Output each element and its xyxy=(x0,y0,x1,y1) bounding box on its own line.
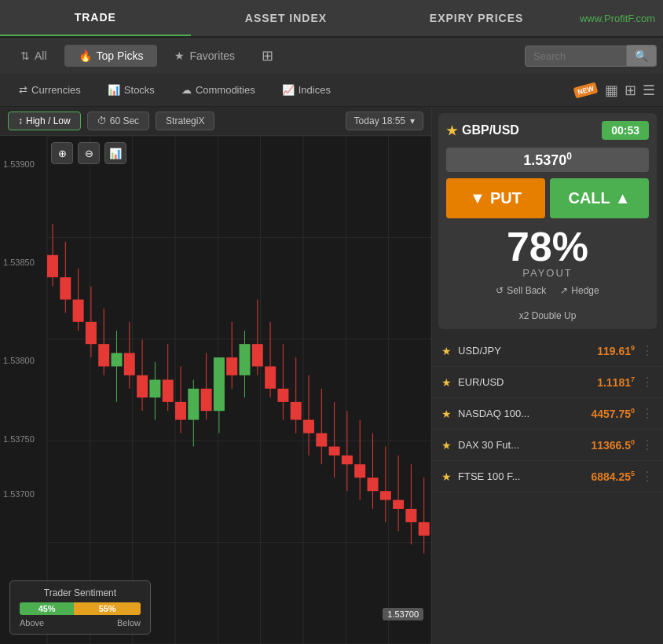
put-call-buttons: ▼ PUT CALL ▲ xyxy=(446,178,649,218)
inst-star-icon[interactable]: ★ xyxy=(441,439,452,452)
instrument-price: 1.11817 xyxy=(597,375,635,389)
view-icons: ▦ ⊞ ☰ xyxy=(605,82,655,99)
tab-bar: ⇅ All 🔥 Top Picks ★ Favorites ⊞ 🔍 xyxy=(0,38,663,74)
sell-back-btn[interactable]: ↺ Sell Back xyxy=(496,285,546,296)
tab-all[interactable]: ⇅ All xyxy=(6,45,61,67)
payout-section: 78% PAYOUT xyxy=(446,226,649,279)
nav-external-link[interactable]: www.ProfitF.com xyxy=(572,13,663,24)
sentiment-title: Trader Sentiment xyxy=(20,587,141,598)
hedge-btn[interactable]: ↗ Hedge xyxy=(560,285,599,296)
call-button[interactable]: CALL ▲ xyxy=(550,178,649,218)
search-bar: 🔍 xyxy=(525,45,657,67)
price-chart xyxy=(0,136,431,644)
main-content: ↕ High / Low ⏱ 60 Sec StrategiX Today 18… xyxy=(0,107,663,644)
chart-area: 1.53900 1.53850 1.53800 1.53750 1.53700 … xyxy=(0,136,431,644)
nav-expiry-prices[interactable]: EXPIRY PRICES xyxy=(381,0,572,36)
sentiment-below-bar: 55% xyxy=(74,602,141,615)
cat-stocks[interactable]: 📊 Stocks xyxy=(97,80,166,100)
payout-label: PAYOUT xyxy=(446,267,649,279)
list-item[interactable]: ★ NASDAQ 100... 4457.750 ⋮ xyxy=(432,398,663,430)
widget-actions: ↺ Sell Back ↗ Hedge x2 Double Up xyxy=(446,285,649,321)
tab-top-picks[interactable]: 🔥 Top Picks xyxy=(64,45,158,67)
instrument-menu-icon[interactable]: ⋮ xyxy=(641,406,654,421)
instrument-price: 119.619 xyxy=(597,344,635,357)
fire-icon: 🔥 xyxy=(79,49,92,62)
nav-asset-index[interactable]: ASSET INDEX xyxy=(191,0,382,36)
call-arrow-icon: ▲ xyxy=(615,189,631,207)
inst-star-icon[interactable]: ★ xyxy=(441,376,452,389)
sentiment-above-label: Above xyxy=(20,618,44,628)
inst-star-icon[interactable]: ★ xyxy=(441,408,452,420)
refresh-icon: ↺ xyxy=(496,285,504,296)
sentiment-below-label: Below xyxy=(117,618,141,628)
duration-btn[interactable]: ⏱ 60 Sec xyxy=(87,112,149,130)
cat-commodities[interactable]: ☁ Commodities xyxy=(170,80,266,100)
instrument-name: EUR/USD xyxy=(458,376,597,388)
hedge-icon: ↗ xyxy=(560,285,568,296)
instrument-menu-icon[interactable]: ⋮ xyxy=(641,343,654,358)
tab-favorites[interactable]: ★ Favorites xyxy=(160,45,249,67)
inst-star-icon[interactable]: ★ xyxy=(441,345,452,357)
star-icon: ★ xyxy=(174,49,185,62)
instrument-price: 11366.50 xyxy=(591,438,635,452)
new-badge: NEW xyxy=(573,82,599,98)
list-item[interactable]: ★ USD/JPY 119.619 ⋮ xyxy=(432,335,663,367)
search-input[interactable] xyxy=(525,46,627,67)
screen-toggle-icon[interactable]: ⊞ xyxy=(262,47,273,64)
nav-trade[interactable]: TRADE xyxy=(0,0,191,36)
sentiment-labels: Above Below xyxy=(20,618,141,628)
trader-sentiment: Trader Sentiment 45% 55% Above Below xyxy=(9,580,151,635)
sentiment-above-bar: 45% xyxy=(20,602,74,615)
indices-icon: 📈 xyxy=(282,84,295,96)
y-label-2: 1.53850 xyxy=(3,258,35,267)
y-label-3: 1.53800 xyxy=(3,356,35,365)
search-button[interactable]: 🔍 xyxy=(627,45,657,67)
widget-header: ★ GBP/USD 00:53 xyxy=(446,121,649,140)
list-item[interactable]: ★ FTSE 100 F... 6884.255 ⋮ xyxy=(432,461,663,492)
countdown-timer: 00:53 xyxy=(602,121,649,140)
top-nav: TRADE ASSET INDEX EXPIRY PRICES www.Prof… xyxy=(0,0,663,38)
filter-icon: ⇅ xyxy=(20,49,30,62)
grid-view-icon[interactable]: ▦ xyxy=(605,82,618,99)
instrument-name: USD/JPY xyxy=(458,345,597,357)
zoom-in-icon[interactable]: ⊕ xyxy=(51,142,73,164)
y-label-5: 1.53700 xyxy=(3,489,35,499)
currency-pair: ★ GBP/USD xyxy=(446,123,519,138)
double-up-btn[interactable]: x2 Double Up xyxy=(519,310,577,321)
commodities-icon: ☁ xyxy=(181,84,192,96)
strategy-btn[interactable]: StrategiX xyxy=(156,112,214,130)
left-panel: ↕ High / Low ⏱ 60 Sec StrategiX Today 18… xyxy=(0,107,431,644)
pair-star-icon[interactable]: ★ xyxy=(446,123,457,138)
list-view-icon[interactable]: ☰ xyxy=(643,82,655,99)
cat-indices[interactable]: 📈 Indices xyxy=(271,80,342,100)
instrument-price: 6884.255 xyxy=(591,470,635,483)
instrument-name: NASDAQ 100... xyxy=(458,408,591,419)
put-button[interactable]: ▼ PUT xyxy=(446,178,545,218)
right-panel: ★ GBP/USD 00:53 1.53700 ▼ PUT CALL ▲ xyxy=(431,107,663,644)
chart-type-icon[interactable]: 📊 xyxy=(104,142,126,164)
chevron-down-icon: ▾ xyxy=(410,115,415,126)
inst-star-icon[interactable]: ★ xyxy=(441,470,452,483)
instrument-name: FTSE 100 F... xyxy=(458,470,591,482)
high-low-btn[interactable]: ↕ High / Low xyxy=(8,112,81,130)
cat-right-controls: NEW ▦ ⊞ ☰ xyxy=(574,82,655,99)
list-item[interactable]: ★ EUR/USD 1.11817 ⋮ xyxy=(432,367,663,398)
instrument-name: DAX 30 Fut... xyxy=(458,439,591,451)
actions-row-1: ↺ Sell Back ↗ Hedge xyxy=(496,285,599,296)
zoom-out-icon[interactable]: ⊖ xyxy=(78,142,100,164)
cat-currencies[interactable]: ⇄ Currencies xyxy=(8,80,92,100)
instrument-list: ★ USD/JPY 119.619 ⋮ ★ EUR/USD 1.11817 ⋮ … xyxy=(432,335,663,644)
chart-tools: ⊕ ⊖ 📊 xyxy=(51,142,126,164)
tile-view-icon[interactable]: ⊞ xyxy=(625,82,636,99)
instrument-menu-icon[interactable]: ⋮ xyxy=(641,437,654,452)
time-selector[interactable]: Today 18:55 ▾ xyxy=(346,112,423,130)
category-bar: ⇄ Currencies 📊 Stocks ☁ Commodities 📈 In… xyxy=(0,74,663,107)
chart-controls: ↕ High / Low ⏱ 60 Sec StrategiX Today 18… xyxy=(0,107,431,136)
sentiment-bar: 45% 55% xyxy=(20,602,141,615)
clock-icon: ⏱ xyxy=(97,115,107,126)
instrument-menu-icon[interactable]: ⋮ xyxy=(641,375,654,390)
instrument-menu-icon[interactable]: ⋮ xyxy=(641,469,654,484)
list-item[interactable]: ★ DAX 30 Fut... 11366.50 ⋮ xyxy=(432,430,663,461)
payout-percent: 78% xyxy=(446,226,649,267)
instrument-price: 4457.750 xyxy=(591,407,635,420)
